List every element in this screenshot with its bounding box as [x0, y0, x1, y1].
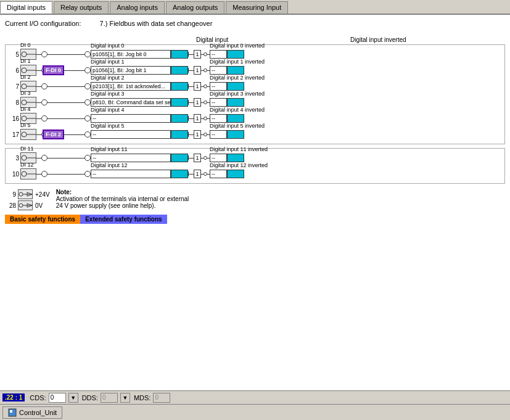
signal-input-box[interactable]: --: [91, 170, 171, 178]
circle-connector2: [84, 131, 91, 138]
inv-cyan-button[interactable]: [227, 66, 244, 75]
cds-dropdown[interactable]: ▼: [68, 393, 78, 403]
di-group2: 3DI 11Digital input 11--1Digital input 1…: [5, 148, 505, 184]
dot-line-group: [188, 171, 194, 176]
signal-input-box[interactable]: p810, BI: Command data set sel...: [91, 98, 171, 107]
svg-point-12: [22, 155, 27, 160]
tab-analog-outputs[interactable]: Analog outputs: [166, 1, 224, 14]
inv-signal-box[interactable]: --: [210, 154, 227, 162]
power-row-24v: 9 +24V: [5, 189, 50, 200]
inv-signal-box[interactable]: --: [210, 50, 227, 59]
inv-signal-box[interactable]: --: [210, 130, 227, 139]
inv-cyan-button[interactable]: [227, 82, 244, 91]
inv-signal-box[interactable]: --: [210, 170, 227, 178]
hline1: [36, 70, 41, 71]
svg-point-14: [22, 171, 27, 176]
inv-num-label: Digital input 4 inverted: [210, 107, 265, 113]
config-line: Current I/O configuration: 7.) Fieldbus …: [5, 20, 505, 27]
inv-name-wrap: Digital input 1 inverted--: [210, 66, 227, 75]
terminal-num: 10: [8, 171, 19, 178]
inv-cyan-button[interactable]: [227, 50, 244, 59]
inv-cyan-button[interactable]: [227, 130, 244, 139]
svg-point-16: [19, 192, 23, 196]
svg-point-6: [22, 100, 27, 105]
small-num-box: 1: [194, 154, 201, 162]
small-num-box: 1: [194, 170, 201, 178]
signal-input-box[interactable]: --: [91, 130, 171, 139]
inv-num-label: Digital input 3 inverted: [210, 91, 265, 97]
tab-digital-inputs[interactable]: Digital inputs: [0, 1, 52, 14]
tab-analog-inputs[interactable]: Analog inputs: [110, 1, 165, 14]
status-indicator: .22 : 1: [2, 393, 25, 401]
di-name-wrap: Digital input 5--: [91, 130, 171, 139]
main-content: Current I/O configuration: 7.) Fieldbus …: [0, 15, 510, 390]
cyan-button[interactable]: [171, 66, 188, 75]
dds-dropdown[interactable]: ▼: [120, 393, 130, 403]
tab-relay-outputs[interactable]: Relay outputs: [54, 1, 109, 14]
circle-connector2: [84, 67, 91, 73]
cds-input[interactable]: [49, 393, 66, 403]
mds-label: MDS:: [134, 394, 151, 401]
power-label-24v: +24V: [35, 191, 50, 198]
circle-connector: [41, 115, 47, 121]
cyan-button[interactable]: [171, 98, 188, 107]
group1-rows: 5DI 0Digital input 0p1055[1], BI: Jog bi…: [8, 46, 502, 142]
dds-input[interactable]: [101, 393, 118, 403]
hline2: [47, 86, 84, 87]
hline1: [36, 86, 41, 87]
svg-point-19: [19, 204, 23, 207]
cyan-button[interactable]: [171, 170, 188, 178]
signal-input-box[interactable]: p1055[1], BI: Jog bit 0: [91, 50, 171, 59]
inv-num-label: Digital input 5 inverted: [210, 123, 265, 129]
signal-input-box[interactable]: p2103[1], BI: 1st acknowled...: [91, 82, 171, 91]
status-bar: .22 : 1 CDS: ▼ DDS: ▼ MDS:: [0, 390, 510, 404]
di-label: DI 12: [20, 162, 34, 168]
di-label: DI 0: [20, 42, 31, 48]
di-name-wrap: Digital input 11--: [91, 154, 171, 162]
di-num-label: Digital input 3: [91, 91, 125, 97]
inv-num-label: Digital input 1 inverted: [210, 59, 265, 65]
circle-connector2: [84, 155, 91, 161]
inv-signal-box[interactable]: --: [210, 98, 227, 107]
inv-cyan-button[interactable]: [227, 170, 244, 178]
note-content: Note: Activation of the terminals via in…: [56, 189, 189, 211]
signal-input-box[interactable]: p1056[1], BI: Jog bit 1: [91, 66, 171, 75]
inv-cyan-button[interactable]: [227, 98, 244, 107]
power-row-0v: 28 0V: [5, 200, 50, 211]
inv-signal-box[interactable]: --: [210, 82, 227, 91]
di-num-label: Digital input 0: [91, 43, 125, 49]
svg-point-10: [22, 132, 27, 137]
cyan-button[interactable]: [171, 154, 188, 162]
di-inv-col-header: Digital input inverted: [350, 36, 474, 43]
tab-measuring-input[interactable]: Measuring Input: [226, 1, 288, 14]
cyan-button[interactable]: [171, 130, 188, 139]
di-name-wrap: Digital input 12--: [91, 170, 171, 178]
di-num-label: Digital input 1: [91, 59, 125, 65]
terminal-num: 17: [8, 131, 19, 138]
circle-connector: [41, 155, 47, 161]
di-num-label: Digital input 4: [91, 107, 125, 113]
inv-cyan-button[interactable]: [227, 114, 244, 123]
svg-point-2: [22, 68, 27, 73]
svg-rect-23: [10, 410, 12, 413]
hline1: [36, 174, 41, 175]
fdi-badge: F-DI 0: [43, 65, 64, 75]
taskbar-control-unit[interactable]: Control_Unit: [2, 406, 62, 419]
mds-input[interactable]: [153, 393, 170, 403]
inv-name-wrap: Digital input 11 inverted--: [210, 154, 227, 162]
inv-num-label: Digital input 2 inverted: [210, 75, 265, 81]
inv-cyan-button[interactable]: [227, 154, 244, 162]
di-name-wrap: Digital input 2p2103[1], BI: 1st acknowl…: [91, 82, 171, 91]
signal-input-box[interactable]: --: [91, 154, 171, 162]
cyan-button[interactable]: [171, 82, 188, 91]
tblock-9: [18, 189, 33, 199]
inv-signal-box[interactable]: --: [210, 66, 227, 75]
signal-input-box[interactable]: --: [91, 114, 171, 123]
power-label-0v: 0V: [35, 202, 43, 209]
cyan-button[interactable]: [171, 114, 188, 123]
inv-signal-box[interactable]: --: [210, 114, 227, 123]
group2-rows: 3DI 11Digital input 11--1Digital input 1…: [8, 150, 502, 182]
cyan-button[interactable]: [171, 50, 188, 59]
dot-line-group: [188, 132, 194, 137]
inv-name-wrap: Digital input 2 inverted--: [210, 82, 227, 91]
